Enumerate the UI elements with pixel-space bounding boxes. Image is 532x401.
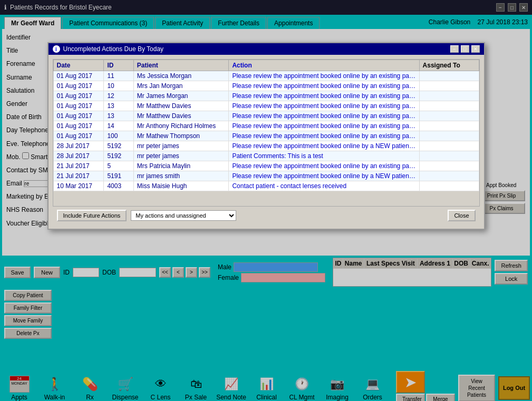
row-patient: Miss Maisie Hugh	[133, 181, 229, 191]
row-date: 10 Mar 2017	[53, 181, 104, 191]
row-date: 01 Aug 2017	[53, 71, 104, 81]
table-row[interactable]: 28 Jul 2017 5192 mr peter james Please r…	[53, 141, 479, 151]
row-date: 01 Aug 2017	[53, 111, 104, 121]
modal-maximize-button[interactable]: □	[461, 45, 469, 53]
row-date: 28 Jul 2017	[53, 141, 104, 151]
modal-close-x-button[interactable]: ✕	[471, 45, 480, 53]
actions-dropdown[interactable]: My actions and unassigned	[131, 210, 236, 221]
row-action: Please review the appointment booked onl…	[229, 101, 419, 111]
col-id: ID	[104, 60, 133, 71]
row-assigned	[419, 171, 479, 181]
row-patient: Mr Matthew Davies	[133, 101, 229, 111]
col-patient: Patient	[133, 60, 229, 71]
row-assigned	[419, 141, 479, 151]
table-row[interactable]: 01 Aug 2017 11 Ms Jessica Morgan Please …	[53, 71, 479, 81]
row-action: Patient Comments: This is a test	[229, 151, 419, 161]
row-date: 21 Jul 2017	[53, 171, 104, 181]
row-assigned	[419, 131, 479, 141]
actions-table: Date ID Patient Action Assigned To 01 Au…	[53, 60, 479, 191]
row-patient: Mr Anthony Richard Holmes	[133, 121, 229, 131]
row-date: 01 Aug 2017	[53, 81, 104, 91]
uncompleted-actions-modal: i Uncompleted Actions Due By Today − □ ✕…	[47, 42, 485, 230]
include-future-actions-button[interactable]: Include Future Actions	[57, 210, 127, 221]
table-row[interactable]: 01 Aug 2017 12 Mr James Morgan Please re…	[53, 91, 479, 101]
table-row[interactable]: 21 Jul 2017 5 Mrs Patricia Maylin Please…	[53, 161, 479, 171]
row-patient: mr james smith	[133, 171, 229, 181]
row-id: 4003	[104, 181, 133, 191]
row-assigned	[419, 81, 479, 91]
actions-table-container: Date ID Patient Action Assigned To 01 Au…	[53, 59, 480, 207]
row-id: 13	[104, 101, 133, 111]
row-id: 13	[104, 111, 133, 121]
row-patient: Mrs Patricia Maylin	[133, 161, 229, 171]
row-id: 11	[104, 71, 133, 81]
modal-titlebar: i Uncompleted Actions Due By Today − □ ✕	[49, 43, 484, 55]
col-action: Action	[229, 60, 419, 71]
row-assigned	[419, 101, 479, 111]
row-id: 5192	[104, 141, 133, 151]
row-action: Please review the appointment booked onl…	[229, 141, 419, 151]
table-row[interactable]: 21 Jul 2017 5191 mr james smith Please r…	[53, 171, 479, 181]
row-date: 01 Aug 2017	[53, 91, 104, 101]
row-patient: Mr James Morgan	[133, 91, 229, 101]
row-id: 5192	[104, 151, 133, 161]
row-patient: Ms Jessica Morgan	[133, 71, 229, 81]
modal-body: Date ID Patient Action Assigned To 01 Au…	[49, 55, 484, 229]
row-assigned	[419, 161, 479, 171]
row-patient: Mr Matthew Davies	[133, 111, 229, 121]
modal-minimize-button[interactable]: −	[450, 45, 459, 53]
row-patient: mr peter james	[133, 151, 229, 161]
row-id: 5191	[104, 171, 133, 181]
table-row[interactable]: 28 Jul 2017 5192 mr peter james Patient …	[53, 151, 479, 161]
row-id: 100	[104, 131, 133, 141]
row-date: 01 Aug 2017	[53, 101, 104, 111]
row-date: 21 Jul 2017	[53, 161, 104, 171]
row-action: Please review the appointment booked onl…	[229, 171, 419, 181]
table-row[interactable]: 01 Aug 2017 10 Mrs Jan Morgan Please rev…	[53, 81, 479, 91]
table-row[interactable]: 01 Aug 2017 13 Mr Matthew Davies Please …	[53, 111, 479, 121]
actions-table-body: 01 Aug 2017 11 Ms Jessica Morgan Please …	[53, 71, 479, 191]
table-row[interactable]: 10 Mar 2017 4003 Miss Maisie Hugh Contac…	[53, 181, 479, 191]
modal-info-icon: i	[53, 45, 60, 53]
modal-overlay: i Uncompleted Actions Due By Today − □ ✕…	[0, 0, 532, 401]
row-id: 14	[104, 121, 133, 131]
table-row[interactable]: 01 Aug 2017 13 Mr Matthew Davies Please …	[53, 101, 479, 111]
row-date: 01 Aug 2017	[53, 121, 104, 131]
row-patient: Mr Mathew Thompson	[133, 131, 229, 141]
row-action: Please review the appointment booked onl…	[229, 111, 419, 121]
table-row[interactable]: 01 Aug 2017 100 Mr Mathew Thompson Pleas…	[53, 131, 479, 141]
row-action: Please review the appointment booked onl…	[229, 71, 419, 81]
row-id: 10	[104, 81, 133, 91]
row-action: Please review the appointment booked onl…	[229, 161, 419, 171]
row-action: Contact patient - contact lenses receive…	[229, 181, 419, 191]
row-action: Please review the appointment booked onl…	[229, 91, 419, 101]
row-patient: Mrs Jan Morgan	[133, 81, 229, 91]
row-action: Please review the appointment booked onl…	[229, 131, 419, 141]
col-date: Date	[53, 60, 104, 71]
row-id: 5	[104, 161, 133, 171]
row-assigned	[419, 181, 479, 191]
modal-controls: − □ ✕	[450, 45, 480, 53]
row-action: Please review the appointment booked onl…	[229, 81, 419, 91]
row-assigned	[419, 111, 479, 121]
row-assigned	[419, 71, 479, 81]
row-patient: mr peter james	[133, 141, 229, 151]
row-assigned	[419, 121, 479, 131]
col-assigned: Assigned To	[419, 60, 479, 71]
close-button-modal[interactable]: Close	[448, 210, 475, 221]
modal-title: Uncompleted Actions Due By Today	[63, 45, 164, 53]
modal-footer: Include Future Actions My actions and un…	[53, 207, 480, 224]
row-assigned	[419, 91, 479, 101]
table-row[interactable]: 01 Aug 2017 14 Mr Anthony Richard Holmes…	[53, 121, 479, 131]
row-date: 01 Aug 2017	[53, 131, 104, 141]
row-assigned	[419, 151, 479, 161]
row-id: 12	[104, 91, 133, 101]
row-action: Please review the appointment booked onl…	[229, 121, 419, 131]
row-date: 28 Jul 2017	[53, 151, 104, 161]
